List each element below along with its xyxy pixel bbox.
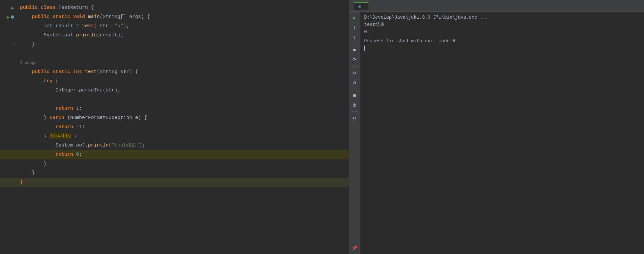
code-line-15: } finally { [0,132,349,141]
run-tab[interactable]: ▣ [354,2,368,10]
token: public [32,69,52,75]
run-up-button[interactable]: ↑ [350,23,359,32]
token: catch [50,115,67,121]
token: public [20,5,41,10]
token: ( [97,69,100,75]
output-line-0: D:\Develop\Java\jdk1.8.0_371\bin\java.ex… [364,14,640,21]
run-pin-button[interactable]: 📌 [350,244,359,253]
token: ( str: [94,23,114,29]
token: int [44,23,55,29]
code-line-14: return -1; [0,123,349,132]
token: public [32,14,52,20]
token: return [55,152,76,157]
code-content-15: } finally { [18,132,349,141]
output-content[interactable]: D:\Develop\Java\jdk1.8.0_371\bin\java.ex… [360,12,644,254]
token: { [91,5,94,10]
token: int [73,69,85,75]
code-content-18: } [18,159,349,168]
token: } [32,170,35,176]
toolbar-separator-1 [351,44,358,44]
code-line-2: ▶ public static void main(String[] args)… [0,12,349,22]
code-content-11 [18,95,349,104]
breakpoint-2[interactable] [11,15,14,19]
run-header: ▣ [349,0,644,12]
cursor [364,46,365,51]
code-container: ▶public class TestReturn {▶ public stati… [0,0,349,190]
token: return [55,106,76,111]
toolbar-separator-3 [351,89,358,89]
token: } [44,115,50,121]
fold-icon-5[interactable]: ▾ [13,42,15,47]
code-line-16: System.out.println("test结束"); [0,141,349,150]
output-line-2: 0 [364,28,640,35]
token: . [73,32,76,38]
code-content-12: return 1; [18,104,349,113]
token: ; [79,152,82,157]
run-print-button[interactable]: 🖨 [350,78,359,87]
run-trash-button[interactable]: 🗑 [350,101,359,110]
gutter-5: ▾ [0,42,18,47]
code-line-1: ▶public class TestReturn { [0,3,349,12]
token: ( [100,14,103,20]
token: test [85,69,97,75]
token: (NumberFormatException e) { [67,115,147,121]
token: 1 [76,106,79,111]
editor-area: ▶public class TestReturn {▶ public stati… [0,0,349,254]
code-content-10: Integer.parseInt(str); [18,86,349,95]
token: String [103,14,120,20]
output-line-4: Process finished with exit code 0 [364,37,640,45]
token: 0 [76,152,79,157]
code-content-8: public static int test(String str) { [18,68,349,77]
output-cursor-line [364,45,640,52]
token: TestReturn [58,5,91,10]
run-stop-button[interactable]: ■ [350,46,359,55]
code-line-12: return 1; [0,104,349,113]
run-rerun-button[interactable]: ⟳ [350,55,359,65]
gutter-2: ▶ [0,14,18,20]
code-line-17: return 0; [0,150,349,159]
token: static [52,69,73,75]
code-line-6 [0,49,349,58]
code-content-2: public static void main(String[] args) { [18,12,349,22]
token: (str); [103,88,120,93]
token: "a" [114,23,123,29]
code-line-4: System.out.println(result); [0,31,349,40]
token: result = [55,23,82,29]
token: str) { [120,69,138,75]
code-line-7: 1 usage [0,58,349,68]
run-play-button[interactable]: ▶ [350,13,359,22]
token: static [52,14,73,20]
token: println [76,32,97,38]
run-layout-button[interactable]: ⊟ [350,113,359,123]
token: . [85,143,88,148]
token: { [55,78,58,84]
token: parseInt [79,88,103,93]
token: try [44,78,55,84]
token: "test结束" [112,143,139,148]
code-line-19: } [0,168,349,178]
code-content-16: System.out.println("test结束"); [18,141,349,150]
token: [] args) { [120,14,150,20]
code-line-10: Integer.parseInt(str); [0,86,349,95]
code-line-18: } [0,159,349,168]
code-line-3: int result = test( str: "a"); [0,22,349,31]
token: return [55,124,76,130]
run-down-button[interactable]: ↓ [350,33,359,42]
code-content-7: 1 usage [18,58,349,68]
run-import-button[interactable]: ⊞ [350,91,359,100]
token: } [44,133,50,139]
code-content-20: } [18,178,349,187]
run-arrow-1[interactable]: ▶ [11,5,14,11]
token: } [44,161,47,166]
token: System. [44,32,64,38]
run-camera-button[interactable]: ⊙ [350,68,359,77]
run-panel: ▣ ▶ ↑ ↓ ■ ⟳ ⊙ 🖨 ⊞ 🗑 ⊟ 📌 D:\Develop\Java\… [349,0,644,254]
token: void [73,14,88,20]
token: { [72,133,77,139]
output-line-1: test结束 [364,21,640,28]
toolbar-separator-4 [351,111,358,112]
token: } [20,179,23,185]
token: ; [82,124,85,130]
token: ); [123,23,129,29]
run-arrow-2[interactable]: ▶ [7,14,10,20]
